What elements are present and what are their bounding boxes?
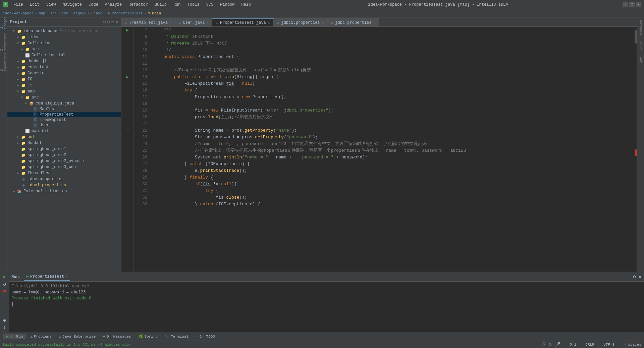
menu-navigate[interactable]: Navigate	[60, 2, 85, 8]
tree-item-treemaptest[interactable]: C TreeMapTest	[7, 117, 121, 123]
tree-item-workspace[interactable]: ▼ 📁 idea-workspace E:\idea-workspace	[7, 28, 121, 34]
tab-close-icon[interactable]: ✕	[373, 21, 375, 25]
maximize-button[interactable]: □	[629, 2, 635, 7]
panel-sync-icon[interactable]: ⊙	[103, 19, 106, 25]
breadcrumb-class[interactable]: ⚙ PropertiesTest	[107, 11, 143, 15]
tree-item-jt[interactable]: ▶ 📁 jt	[7, 82, 121, 88]
tree-item-enum[interactable]: ▶ 📁 enum-test	[7, 64, 121, 70]
breadcrumb-atguigu[interactable]: atguigu	[73, 11, 89, 15]
tree-item-map[interactable]: ▼ 📁 map	[7, 88, 121, 94]
tree-item-socket[interactable]: ▶ 📁 Socket	[7, 140, 121, 146]
tree-item-jdbc-props[interactable]: ⚙ jdbc.properties	[7, 176, 121, 182]
tree-item-pkg[interactable]: ▼ 📦 com.atguigu.java	[7, 100, 121, 107]
favorites-icon[interactable]: 2: Favorites	[1, 59, 7, 65]
tree-item-user[interactable]: C User	[7, 123, 121, 128]
run-stop-button[interactable]: ■	[2, 288, 8, 294]
run-panel: ▶ ↺ ■ ⚙ ↕ Run: ▶ PropertiesTest ✕ ⚙ ✕	[0, 272, 644, 332]
tree-item-generic[interactable]: ▶ 📁 Generic	[7, 70, 121, 76]
close-run-icon[interactable]: ✕	[639, 274, 641, 280]
breadcrumb-map[interactable]: map	[39, 11, 45, 15]
project-icon[interactable]: 1: Project	[1, 19, 7, 25]
tree-item-io[interactable]: ▶ 📁 IO	[7, 76, 121, 82]
minimize-button[interactable]: ─	[623, 2, 628, 7]
bottom-tab-problems[interactable]: ⚠ Problems	[27, 334, 55, 339]
menu-tools[interactable]: Tools	[185, 2, 202, 8]
menu-code[interactable]: Code	[86, 2, 101, 8]
bottom-tab-todo[interactable]: ✓ 6: TODO	[193, 334, 218, 339]
sougou-icon[interactable]: S	[542, 341, 546, 348]
menu-window[interactable]: Window	[217, 2, 237, 8]
menu-build[interactable]: Build	[152, 2, 169, 8]
structure-icon[interactable]: Z: Structure	[1, 39, 7, 45]
tree-item-maptest[interactable]: C MapTest	[7, 107, 121, 112]
tree-item-collection-iml[interactable]: ⬜ Collection.iml	[7, 52, 121, 58]
breadcrumb-java[interactable]: java	[94, 11, 102, 15]
run-tab-propertiestest[interactable]: ▶ PropertiesTest ✕	[24, 273, 70, 281]
tree-item-threadtest[interactable]: ▶ 📁 ThreadTest	[7, 170, 121, 176]
run-tab-close-icon[interactable]: ✕	[65, 275, 67, 279]
tree-item-propertiestest[interactable]: C PropertiesTest	[7, 112, 121, 117]
menu-vcs[interactable]: VCS	[204, 2, 216, 8]
menu-refactor[interactable]: Refactor	[126, 2, 151, 8]
tree-item-map-src[interactable]: ▼ 📁 src	[7, 94, 121, 100]
bottom-tab-messages[interactable]: ≡ 0: Messages	[100, 334, 134, 339]
tab-jdbc[interactable]: ⚙ jdbc.properties ✕	[328, 18, 379, 26]
mic-icon[interactable]: 🎤	[555, 342, 560, 347]
bottom-tab-terminal[interactable]: >_ Terminal	[162, 334, 192, 339]
panel-close-icon[interactable]: ✕	[116, 19, 118, 25]
tab-close-icon[interactable]: ✕	[322, 21, 324, 25]
tree-item-map-iml[interactable]: ⬜ map.iml	[7, 128, 121, 134]
tree-item-dubbo[interactable]: ▶ 📁 dubbo-jt	[7, 58, 121, 64]
tab-treemaptest[interactable]: ☕ TreeMapTest.java ✕	[121, 18, 175, 26]
tree-item-idea[interactable]: ▶ 📁 .idea	[7, 34, 121, 40]
tree-item-springboot3[interactable]: 📁 springboot_demo3_web	[7, 164, 121, 170]
tree-item-collection[interactable]: ▼ 📁 Collection	[7, 40, 121, 46]
cursor-position[interactable]: 5:1	[570, 343, 576, 347]
line-ending[interactable]: CRLF	[585, 343, 594, 347]
tab-propertiestest[interactable]: ☕ PropertiesTest.java ✕	[212, 18, 273, 26]
scrollbar-track[interactable]	[634, 27, 637, 272]
tree-item-collection-src[interactable]: ▶ 📁 src	[7, 46, 121, 52]
tab-close-icon[interactable]: ✕	[170, 21, 172, 25]
run-scroll-icon[interactable]: ↕	[2, 325, 8, 331]
scrollbar-thumb[interactable]	[635, 30, 637, 44]
menu-edit[interactable]: Edit	[27, 2, 42, 8]
menu-help[interactable]: Help	[238, 2, 254, 8]
bottom-tab-spring[interactable]: 🌿 Spring	[135, 334, 161, 339]
breadcrumb-workspace[interactable]: idea-workspace	[3, 11, 34, 15]
menu-analyze[interactable]: Analyze	[102, 2, 124, 8]
breadcrumb-src[interactable]: src	[50, 11, 57, 15]
close-button[interactable]: ✕	[636, 2, 641, 7]
breadcrumb-com[interactable]: com	[62, 11, 68, 15]
bottom-tab-run[interactable]: ▶ 4: Run	[3, 334, 26, 339]
tab-user[interactable]: ☕ User.java ✕	[175, 18, 212, 26]
tree-item-springboot2m[interactable]: 📁 springboot_demo2_mybatis	[7, 158, 121, 164]
tab-close-icon[interactable]: ✕	[207, 21, 209, 25]
bottom-tab-label: Problems	[34, 335, 52, 339]
database-icon[interactable]: Database	[638, 17, 643, 39]
panel-gear-icon[interactable]: ⚙	[107, 19, 110, 25]
menu-file[interactable]: File	[11, 2, 26, 8]
tree-item-external[interactable]: ▶ 📚 External Libraries	[7, 188, 121, 194]
code-content[interactable]: /** * @author shkstart * @create 2019 下午…	[150, 27, 634, 272]
tab-jdbc1[interactable]: ⚙ jdbc1.properties ✕	[274, 18, 328, 26]
settings-icon[interactable]: ⚙	[633, 274, 636, 280]
menu-view[interactable]: View	[44, 2, 59, 8]
code-editor[interactable]: ▶ ▶ ⬡ 7 8 9 1	[121, 27, 637, 272]
run-settings-icon[interactable]: ⚙	[2, 317, 8, 323]
maven-icon[interactable]: Maven	[638, 39, 643, 54]
panel-minus-icon[interactable]: ─	[111, 19, 114, 25]
bottom-tab-javaee[interactable]: ☕ Java Enterprise	[56, 334, 99, 339]
file-encoding[interactable]: UTF-8	[603, 343, 614, 347]
tab-close-icon[interactable]: ✕	[268, 21, 270, 25]
tree-item-out[interactable]: ▶ 📁 out	[7, 134, 121, 140]
tree-item-springboot1[interactable]: 📁 springboot_demo1	[7, 146, 121, 152]
ant-icon[interactable]: Ant	[638, 54, 643, 66]
tree-item-springboot2[interactable]: 📁 springboot_demo2	[7, 152, 121, 158]
run-rerun-button[interactable]: ↺	[2, 281, 8, 287]
run-play-button[interactable]: ▶	[2, 274, 8, 280]
menu-run[interactable]: Run	[171, 2, 183, 8]
indent-setting[interactable]: 4 spaces	[624, 343, 641, 347]
tree-item-jdbc1-props[interactable]: ⚙ jdbc1.properties	[7, 182, 121, 188]
breadcrumb-method[interactable]: m main	[148, 11, 161, 15]
